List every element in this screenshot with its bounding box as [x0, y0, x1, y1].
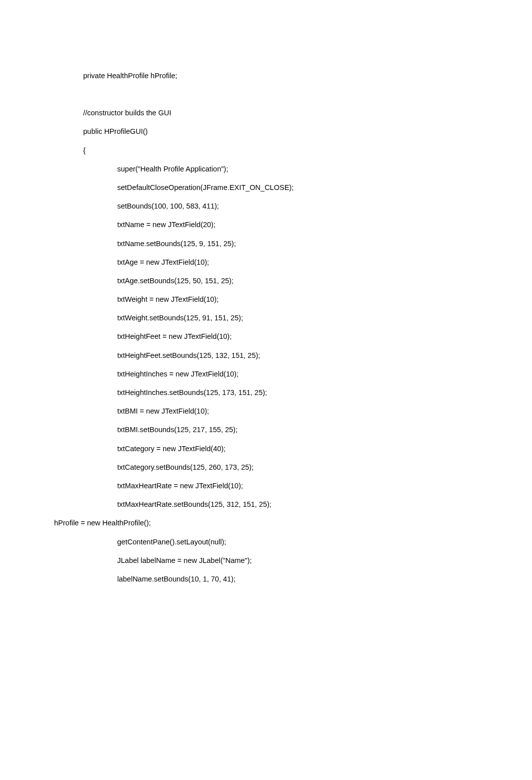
code-line: txtWeight = new JTextField(10);	[54, 294, 532, 305]
code-line: txtMaxHeartRate = new JTextField(10);	[54, 480, 532, 492]
code-line: {	[54, 145, 532, 156]
code-line: txtCategory = new JTextField(40);	[54, 443, 532, 455]
blank-line	[54, 89, 532, 100]
code-line: setBounds(100, 100, 583, 411);	[54, 201, 532, 212]
code-line: hProfile = new HealthProfile();	[54, 517, 532, 529]
code-line: setDefaultCloseOperation(JFrame.EXIT_ON_…	[54, 182, 532, 193]
code-line: super("Health Profile Application");	[54, 163, 532, 175]
code-line: getContentPane().setLayout(null);	[54, 536, 532, 548]
code-line: txtBMI.setBounds(125, 217, 155, 25);	[54, 424, 532, 436]
code-block: private HealthProfile hProfile;//constru…	[0, 70, 532, 585]
code-line: JLabel labelName = new JLabel("Name");	[54, 555, 532, 566]
code-line: txtName.setBounds(125, 9, 151, 25);	[54, 238, 532, 250]
code-line: labelName.setBounds(10, 1, 70, 41);	[54, 573, 532, 585]
code-line: txtWeight.setBounds(125, 91, 151, 25);	[54, 312, 532, 324]
code-line: txtHeightInches = new JTextField(10);	[54, 368, 532, 380]
code-line: txtMaxHeartRate.setBounds(125, 312, 151,…	[54, 499, 532, 510]
code-line: txtHeightFeet.setBounds(125, 132, 151, 2…	[54, 350, 532, 361]
code-line: txtName = new JTextField(20);	[54, 219, 532, 231]
code-line: //constructor builds the GUI	[54, 107, 532, 119]
code-line: txtAge = new JTextField(10);	[54, 257, 532, 268]
code-line: txtHeightFeet = new JTextField(10);	[54, 331, 532, 342]
code-line: txtHeightInches.setBounds(125, 173, 151,…	[54, 387, 532, 399]
code-line: txtBMI = new JTextField(10);	[54, 406, 532, 417]
code-line: private HealthProfile hProfile;	[54, 70, 532, 82]
code-line: txtAge.setBounds(125, 50, 151, 25);	[54, 275, 532, 287]
code-line: public HProfileGUI()	[54, 126, 532, 137]
code-line: txtCategory.setBounds(125, 260, 173, 25)…	[54, 462, 532, 473]
